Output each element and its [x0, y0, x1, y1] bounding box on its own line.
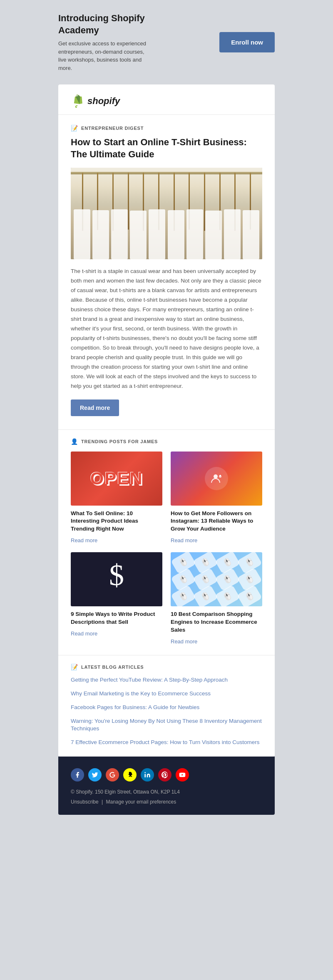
section-tag-latest: 📝 LATEST BLOG ARTICLES: [71, 664, 262, 670]
shopify-logo-area: shopify: [58, 84, 275, 114]
main-article-section: 📝 ENTREPRENEUR DIGEST How to Start an On…: [58, 115, 275, 429]
trending-image-3: $: [71, 552, 162, 606]
twitter-icon[interactable]: [88, 768, 102, 782]
header-banner: Introducing Shopify Academy Get exclusiv…: [0, 0, 333, 84]
trending-read-more-4[interactable]: Read more: [171, 638, 197, 645]
header-text: Introducing Shopify Academy Get exclusiv…: [58, 12, 150, 72]
facebook-icon[interactable]: [71, 768, 84, 782]
trending-read-more-1[interactable]: Read more: [71, 537, 97, 543]
trending-image-1: OPEN: [71, 452, 162, 506]
trending-card-1: OPEN What To Sell Online: 10 Interesting…: [71, 452, 162, 544]
latest-article-2[interactable]: Why Email Marketing is the Key to Ecomme…: [71, 690, 262, 698]
trending-title-2: How to Get More Followers on Instagram: …: [171, 510, 262, 533]
trending-image-2: [171, 452, 262, 506]
latest-tag-label: LATEST BLOG ARTICLES: [81, 665, 144, 670]
main-article-title: How to Start an Online T-Shirt Business:…: [71, 136, 262, 160]
latest-article-5[interactable]: 7 Effective Ecommerce Product Pages: How…: [71, 739, 262, 747]
header-subtitle: Get exclusive access to experienced entr…: [58, 40, 150, 72]
enroll-button[interactable]: Enroll now: [219, 32, 275, 52]
header-title: Introducing Shopify Academy: [58, 12, 150, 36]
footer: © Shopify. 150 Elgin Street, Ottawa ON, …: [58, 757, 275, 815]
trending-tag-icon: 👤: [71, 438, 78, 445]
trending-card-3: $ 9 Simple Ways to Write Product Descrip…: [71, 552, 162, 645]
snapchat-icon[interactable]: [123, 768, 137, 782]
latest-article-4[interactable]: Warning: You're Losing Money By Not Usin…: [71, 717, 262, 733]
footer-address: © Shopify. 150 Elgin Street, Ottawa ON, …: [71, 789, 262, 795]
section-tag-trending: 👤 TRENDING POSTS FOR JAMES: [71, 438, 262, 445]
email-card: shopify 📝 ENTREPRENEUR DIGEST How to Sta…: [58, 84, 275, 757]
main-article-read-more[interactable]: Read more: [71, 399, 119, 416]
main-article-image: [71, 168, 262, 259]
latest-article-3[interactable]: Facebook Pages for Business: A Guide for…: [71, 704, 262, 712]
shopify-logo: shopify: [71, 94, 262, 108]
latest-section: 📝 LATEST BLOG ARTICLES Getting the Perfe…: [58, 655, 275, 757]
footer-separator: |: [102, 799, 104, 805]
svg-point-6: [144, 772, 146, 774]
pinterest-icon[interactable]: [158, 768, 171, 782]
followers-icon: [205, 467, 228, 490]
svg-point-1: [214, 474, 218, 479]
section-tag-entrepreneur: 📝 ENTREPRENEUR DIGEST: [71, 125, 262, 131]
entrepreneur-tag-icon: 📝: [71, 125, 78, 131]
mouse-11: 🖱️: [215, 585, 240, 606]
unsubscribe-link[interactable]: Unsubscribe: [71, 799, 99, 805]
main-article-body: The t-shirt is a staple in casual wear a…: [71, 267, 262, 391]
trending-grid: OPEN What To Sell Online: 10 Interesting…: [71, 452, 262, 645]
trending-title-3: 9 Simple Ways to Write Product Descripti…: [71, 610, 162, 626]
manage-preferences-link[interactable]: Manage your email preferences: [106, 799, 176, 805]
social-icons-row: [71, 768, 262, 782]
svg-text:$: $: [109, 560, 124, 592]
youtube-icon[interactable]: [176, 768, 189, 782]
footer-links: Unsubscribe | Manage your email preferen…: [71, 799, 262, 805]
dollar-icon: $: [104, 560, 129, 598]
trending-image-4: 🖱️ 🖱️ 🖱️ 🖱️ 🖱️ 🖱️ 🖱️ 🖱️ 🖱️ 🖱️ 🖱️ 🖱️: [171, 552, 262, 606]
trending-card-4: 🖱️ 🖱️ 🖱️ 🖱️ 🖱️ 🖱️ 🖱️ 🖱️ 🖱️ 🖱️ 🖱️ 🖱️: [171, 552, 262, 645]
trending-tag-label: TRENDING POSTS FOR JAMES: [81, 439, 158, 444]
shopify-logo-icon: [71, 94, 84, 108]
trending-card-2: How to Get More Followers on Instagram: …: [171, 452, 262, 544]
trending-title-1: What To Sell Online: 10 Interesting Prod…: [71, 510, 162, 533]
linkedin-icon[interactable]: [141, 768, 154, 782]
trending-title-4: 10 Best Comparison Shopping Engines to I…: [171, 610, 262, 634]
bottom-space: [0, 815, 333, 831]
mouse-12: 🖱️: [237, 585, 262, 606]
trending-read-more-2[interactable]: Read more: [171, 537, 197, 543]
mouse-10: 🖱️: [193, 585, 218, 606]
trending-read-more-3[interactable]: Read more: [71, 630, 97, 637]
latest-tag-icon: 📝: [71, 664, 78, 670]
mouse-9: 🖱️: [171, 585, 196, 606]
mice-grid: 🖱️ 🖱️ 🖱️ 🖱️ 🖱️ 🖱️ 🖱️ 🖱️ 🖱️ 🖱️ 🖱️ 🖱️: [171, 552, 262, 606]
google-icon[interactable]: [106, 768, 119, 782]
shopify-logo-text: shopify: [87, 96, 120, 107]
trending-section: 👤 TRENDING POSTS FOR JAMES OPEN What To …: [58, 429, 275, 655]
latest-article-1[interactable]: Getting the Perfect YouTube Review: A St…: [71, 676, 262, 684]
entrepreneur-tag-label: ENTREPRENEUR DIGEST: [81, 126, 144, 131]
latest-links-list: Getting the Perfect YouTube Review: A St…: [71, 676, 262, 747]
open-sign-text: OPEN: [90, 469, 143, 489]
